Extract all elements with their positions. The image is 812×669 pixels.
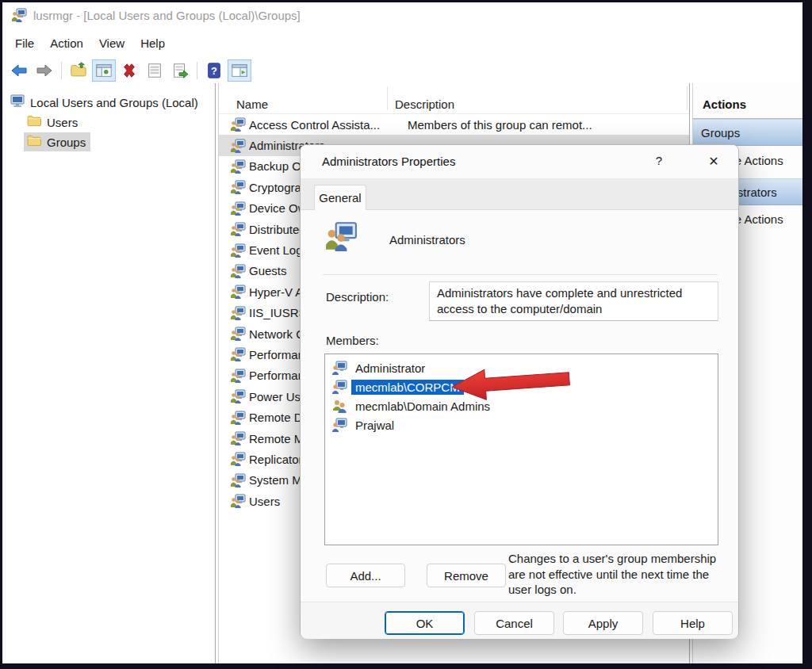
delete-icon[interactable] bbox=[117, 59, 141, 82]
window-title: lusrmgr - [Local Users and Groups (Local… bbox=[33, 9, 301, 22]
group-description: Members of this group can remot... bbox=[408, 118, 592, 132]
member-name: Administrator bbox=[351, 361, 429, 376]
group-icon bbox=[230, 243, 246, 258]
console-tree-icon[interactable] bbox=[92, 59, 116, 82]
administrators-group-icon bbox=[324, 221, 358, 251]
toolbar-separator bbox=[61, 62, 62, 79]
column-divider[interactable] bbox=[687, 86, 688, 110]
user-computer-icon bbox=[331, 418, 347, 432]
dialog-title-bar: Administrators Properties ? ✕ bbox=[301, 145, 738, 178]
two-users-icon bbox=[331, 399, 347, 413]
user-computer-icon bbox=[331, 380, 347, 394]
tree-item-groups[interactable]: Groups bbox=[24, 132, 90, 151]
group-icon bbox=[230, 285, 246, 299]
forward-icon[interactable] bbox=[33, 59, 56, 82]
title-bar: lusrmgr - [Local Users and Groups (Local… bbox=[2, 2, 802, 28]
group-row[interactable]: Access Control Assista...Members of this… bbox=[219, 114, 689, 135]
column-header-name[interactable]: Name bbox=[236, 97, 268, 111]
membership-note: Changes to a user's group membership are… bbox=[508, 551, 729, 598]
export-list-icon[interactable] bbox=[168, 59, 192, 82]
computer-icon bbox=[10, 94, 25, 111]
group-icon bbox=[230, 411, 246, 425]
menu-file[interactable]: File bbox=[7, 33, 42, 53]
dialog-close-icon[interactable]: ✕ bbox=[697, 149, 730, 174]
member-row[interactable]: Prajwal bbox=[325, 415, 718, 434]
group-icon bbox=[230, 222, 246, 236]
help-icon[interactable]: ? bbox=[202, 59, 226, 82]
up-folder-icon[interactable] bbox=[67, 59, 90, 82]
console-tree-pane: Local Users and Groups (Local) Users Gro… bbox=[2, 83, 215, 663]
group-name-label: Administrators bbox=[389, 233, 465, 247]
menu-view[interactable]: View bbox=[91, 33, 132, 53]
dialog-title: Administrators Properties bbox=[322, 155, 455, 168]
add-button[interactable]: Add... bbox=[326, 564, 405, 587]
user-computer-icon bbox=[331, 361, 347, 375]
group-icon bbox=[230, 180, 246, 194]
group-icon bbox=[230, 494, 246, 508]
group-icon bbox=[230, 452, 246, 466]
description-field[interactable]: Administrators have complete and unrestr… bbox=[429, 281, 718, 321]
group-icon bbox=[230, 264, 246, 278]
group-icon bbox=[230, 327, 246, 341]
group-icon bbox=[230, 306, 246, 320]
members-label: Members: bbox=[326, 334, 379, 347]
menu-bar: FileActionViewHelp bbox=[2, 28, 802, 58]
action-pane-icon[interactable] bbox=[228, 59, 251, 82]
dialog-tab-strip: General bbox=[301, 178, 738, 210]
folder-icon bbox=[27, 115, 42, 129]
tree-item-users[interactable]: Users bbox=[27, 113, 78, 132]
apply-button[interactable]: Apply bbox=[563, 611, 643, 635]
toolbar-separator bbox=[197, 62, 197, 79]
menu-action[interactable]: Action bbox=[42, 33, 91, 53]
group-icon bbox=[230, 139, 246, 153]
group-icon bbox=[230, 347, 246, 361]
member-name: Prajwal bbox=[351, 418, 398, 433]
tree-root-label: Local Users and Groups (Local) bbox=[30, 96, 198, 109]
group-icon bbox=[230, 473, 246, 487]
group-icon bbox=[230, 159, 246, 174]
tab-general[interactable]: General bbox=[314, 185, 366, 210]
help-button[interactable]: Help bbox=[653, 611, 733, 635]
back-icon[interactable] bbox=[7, 59, 31, 82]
tree-root-local-users-groups[interactable]: Local Users and Groups (Local) bbox=[10, 93, 198, 112]
group-icon bbox=[230, 369, 246, 383]
footer-divider bbox=[301, 602, 738, 602]
group-icon bbox=[230, 431, 246, 445]
toolbar: ? bbox=[2, 58, 802, 83]
remove-button[interactable]: Remove bbox=[427, 564, 506, 587]
screenshot-frame: lusrmgr - [Local Users and Groups (Local… bbox=[0, 0, 812, 669]
pane-splitter[interactable] bbox=[215, 83, 216, 663]
section-divider bbox=[323, 274, 718, 275]
group-icon bbox=[230, 201, 246, 216]
actions-section-groups: Groups bbox=[693, 119, 802, 146]
list-header: Name Description bbox=[219, 83, 689, 113]
svg-text:?: ? bbox=[211, 65, 217, 77]
member-name: mecmlab\CORPCM bbox=[351, 380, 464, 395]
properties-icon[interactable] bbox=[143, 59, 167, 82]
actions-header: Actions bbox=[703, 97, 746, 111]
menu-help[interactable]: Help bbox=[132, 33, 173, 53]
cancel-button[interactable]: Cancel bbox=[474, 611, 554, 635]
ok-button[interactable]: OK bbox=[385, 611, 465, 635]
column-divider[interactable] bbox=[387, 86, 388, 110]
app-icon bbox=[11, 8, 27, 22]
group-name: Access Control Assista... bbox=[249, 118, 390, 132]
group-icon bbox=[230, 117, 246, 132]
column-header-description[interactable]: Description bbox=[395, 97, 454, 111]
group-icon bbox=[230, 389, 246, 403]
folder-icon bbox=[27, 135, 42, 149]
dialog-help-button[interactable]: ? bbox=[649, 154, 668, 167]
description-label: Description: bbox=[326, 290, 389, 304]
